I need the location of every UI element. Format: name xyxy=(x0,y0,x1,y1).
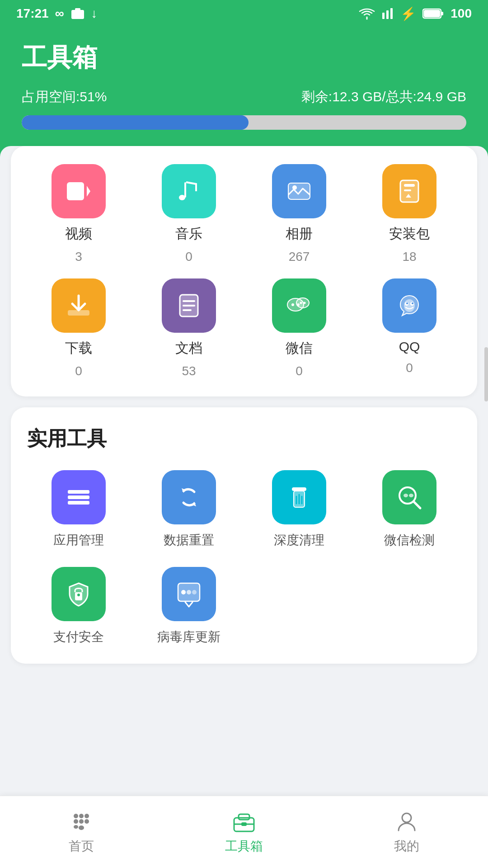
storage-progress-bar xyxy=(22,115,466,130)
svg-rect-11 xyxy=(184,182,186,198)
wechat-check-icon-box xyxy=(382,470,436,524)
storage-info: 占用空间:51% 剩余:12.3 GB/总共:24.9 GB xyxy=(22,88,466,106)
doc-label: 文档 xyxy=(175,339,202,358)
tool-virus-update[interactable]: 病毒库更新 xyxy=(137,567,240,646)
nav-home-label: 首页 xyxy=(69,838,94,855)
music-label: 音乐 xyxy=(175,225,202,243)
svg-rect-7 xyxy=(441,12,443,15)
wechat-count: 0 xyxy=(296,364,303,378)
download-count: 0 xyxy=(75,364,82,378)
svg-point-51 xyxy=(181,590,186,594)
pay-safe-label: 支付安全 xyxy=(53,628,104,646)
data-reset-icon-box xyxy=(162,470,216,524)
status-camera-icon xyxy=(70,7,85,20)
scrollbar[interactable] xyxy=(484,347,488,401)
tool-app-manage[interactable]: 应用管理 xyxy=(27,470,130,549)
category-album[interactable]: 相册 267 xyxy=(248,164,351,264)
deep-clean-label: 深度清理 xyxy=(274,532,324,549)
svg-point-58 xyxy=(79,819,84,824)
tools-grid: 应用管理 数据重置 xyxy=(27,470,461,646)
wechat-check-label: 微信检测 xyxy=(384,532,435,549)
qq-icon-box xyxy=(382,278,436,333)
pay-safe-icon-box xyxy=(52,567,106,621)
svg-rect-35 xyxy=(68,495,89,499)
svg-rect-5 xyxy=(390,8,393,19)
virus-update-label: 病毒库更新 xyxy=(157,628,221,646)
file-category-grid: 视频 3 音乐 0 xyxy=(27,164,461,378)
battery-icon xyxy=(422,7,444,20)
tools-section-title: 实用工具 xyxy=(27,425,461,452)
svg-point-33 xyxy=(412,302,413,304)
data-reset-label: 数据重置 xyxy=(164,532,214,549)
status-right: ⚡ 100 xyxy=(359,6,472,21)
home-icon xyxy=(70,810,93,833)
svg-point-24 xyxy=(291,303,294,306)
wechat-label: 微信 xyxy=(286,339,313,358)
wechat-icon-box xyxy=(272,278,326,333)
category-qq[interactable]: QQ 0 xyxy=(358,278,461,378)
toolbox-icon xyxy=(232,810,256,833)
svg-rect-34 xyxy=(68,501,89,505)
svg-point-56 xyxy=(84,814,89,818)
svg-point-59 xyxy=(84,819,89,824)
mine-icon xyxy=(395,810,418,833)
svg-rect-65 xyxy=(241,822,247,826)
svg-line-45 xyxy=(414,502,420,508)
category-video[interactable]: 视频 3 xyxy=(27,164,130,264)
qq-count: 0 xyxy=(406,361,413,375)
app-manage-label: 应用管理 xyxy=(53,532,104,549)
tool-pay-safe[interactable]: 支付安全 xyxy=(27,567,130,646)
apk-icon-box xyxy=(382,164,436,218)
video-count: 3 xyxy=(75,250,82,264)
svg-point-26 xyxy=(296,298,309,308)
qq-label: QQ xyxy=(399,339,420,354)
tool-wechat-check[interactable]: 微信检测 xyxy=(358,470,461,549)
svg-rect-36 xyxy=(68,490,89,494)
charging-icon: ⚡ xyxy=(400,6,416,21)
svg-point-52 xyxy=(187,590,191,594)
download-label: 下载 xyxy=(65,339,92,358)
status-time: 17:21 xyxy=(16,6,49,21)
category-doc[interactable]: 文档 53 xyxy=(137,278,240,378)
album-label: 相册 xyxy=(286,225,313,243)
svg-point-46 xyxy=(404,494,408,497)
nav-toolbox[interactable]: 工具箱 xyxy=(163,810,325,855)
apk-label: 安装包 xyxy=(389,225,430,243)
tool-data-reset[interactable]: 数据重置 xyxy=(137,470,240,549)
svg-rect-8 xyxy=(424,10,440,17)
svg-rect-2 xyxy=(75,8,80,10)
deep-clean-icon-box xyxy=(272,470,326,524)
tool-deep-clean[interactable]: 深度清理 xyxy=(248,470,351,549)
download-icon-box xyxy=(52,278,106,333)
progress-fill xyxy=(22,115,249,130)
remain-label: 剩余:12.3 GB/总共:24.9 GB xyxy=(301,88,466,106)
category-download[interactable]: 下载 0 xyxy=(27,278,130,378)
main-content: 视频 3 音乐 0 xyxy=(0,146,488,756)
category-apk[interactable]: 安装包 18 xyxy=(358,164,461,264)
usage-label: 占用空间:51% xyxy=(22,88,107,106)
svg-point-28 xyxy=(304,302,306,304)
svg-rect-16 xyxy=(404,189,411,191)
nav-mine[interactable]: 我的 xyxy=(325,810,488,855)
signal-icon xyxy=(381,7,394,20)
category-music[interactable]: 音乐 0 xyxy=(137,164,240,264)
battery-percent: 100 xyxy=(450,6,472,21)
nav-mine-label: 我的 xyxy=(394,838,419,855)
music-count: 0 xyxy=(185,250,192,264)
category-wechat[interactable]: 微信 0 xyxy=(248,278,351,378)
svg-point-55 xyxy=(79,814,84,818)
svg-point-53 xyxy=(192,590,197,594)
svg-point-54 xyxy=(74,814,78,818)
svg-rect-63 xyxy=(239,814,249,820)
album-icon-box xyxy=(272,164,326,218)
nav-home[interactable]: 首页 xyxy=(0,810,163,855)
status-left: 17:21 ∞ ↓ xyxy=(16,6,98,21)
svg-point-29 xyxy=(404,299,415,312)
svg-point-27 xyxy=(300,302,302,304)
video-label: 视频 xyxy=(65,225,92,243)
app-manage-icon-box xyxy=(52,470,106,524)
svg-point-49 xyxy=(77,594,80,596)
apk-count: 18 xyxy=(402,250,416,264)
svg-point-61 xyxy=(79,826,84,830)
virus-update-icon-box xyxy=(162,567,216,621)
